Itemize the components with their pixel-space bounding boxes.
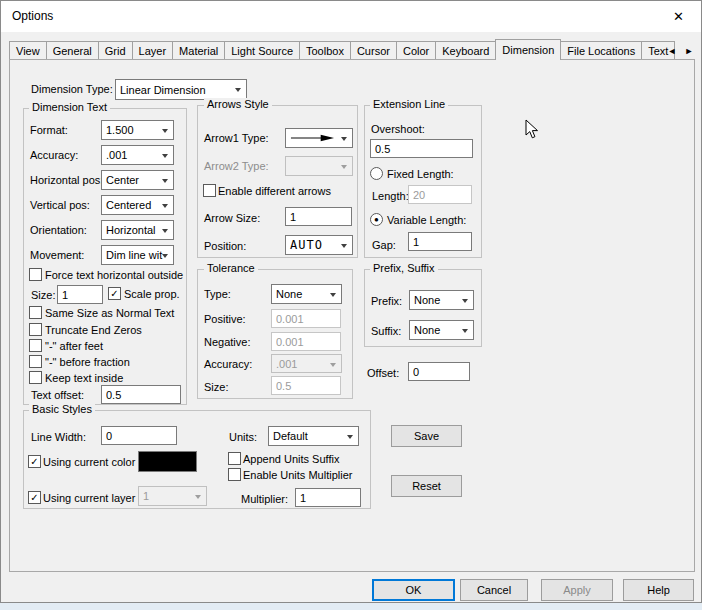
dimension-text-group-title: Dimension Text [29,101,110,113]
format-select[interactable]: 1.500 [101,120,174,140]
help-button[interactable]: Help [623,579,694,601]
using-current-layer-checkbox[interactable]: ✓ [28,491,41,504]
same-size-label: Same Size as Normal Text [45,307,174,320]
multiplier-label: Multiplier: [241,493,288,506]
enable-different-arrows-checkbox[interactable] [203,184,216,197]
orientation-select[interactable]: Horizontal [101,220,174,240]
tab-material[interactable]: Material [172,41,225,59]
text-offset-input[interactable] [101,385,181,404]
offset-label: Offset: [367,367,399,380]
accuracy-value: .001 [106,149,127,161]
tolerance-group-title: Tolerance [204,262,258,274]
tab-scroll-right-icon[interactable]: ► [681,43,697,59]
keep-text-inside-label: Keep text inside [45,372,123,385]
force-text-horizontal-checkbox[interactable] [29,268,42,281]
chevron-down-icon [341,137,347,141]
horizontal-pos-select[interactable]: Center [101,170,174,190]
tab-dimension[interactable]: Dimension [495,39,561,60]
tolerance-positive-input [271,309,341,328]
tab-color[interactable]: Color [396,41,436,59]
title-bar: Options ✕ [1,1,701,32]
dash-after-feet-checkbox[interactable] [29,339,42,352]
suffix-select[interactable]: None [409,320,474,340]
cancel-button[interactable]: Cancel [460,579,528,601]
checkmark-icon: ✓ [110,288,118,299]
tab-grid[interactable]: Grid [98,41,133,59]
prefix-value: None [414,294,440,306]
dash-before-fraction-checkbox[interactable] [29,355,42,368]
enable-units-multiplier-checkbox[interactable] [228,468,241,481]
same-size-checkbox[interactable] [29,306,42,319]
dimension-type-label: Dimension Type: [31,83,113,96]
close-button[interactable]: ✕ [656,1,701,32]
tolerance-accuracy-select: .001 [271,354,342,373]
arrow1-type-select[interactable] [285,128,353,148]
size-input[interactable] [57,285,103,304]
gap-label: Gap: [372,239,396,252]
prefix-select[interactable]: None [409,290,474,310]
length-label: Length: [372,190,409,203]
tab-layer[interactable]: Layer [132,41,174,59]
vertical-pos-select[interactable]: Centered [101,195,174,215]
accuracy-select[interactable]: .001 [101,145,174,165]
basic-styles-group-title: Basic Styles [29,403,95,415]
tab-strip: View General Grid Layer Material Light S… [9,39,674,60]
options-dialog: Options ✕ View General Grid Layer Materi… [0,0,702,603]
dimension-type-select[interactable]: Linear Dimension [115,79,247,100]
keep-text-inside-checkbox[interactable] [29,371,42,384]
line-width-input[interactable] [101,426,177,445]
gap-input[interactable] [408,232,472,251]
vertical-pos-label: Vertical pos: [30,199,90,212]
tolerance-negative-label: Negative: [204,336,250,349]
position-select[interactable]: AUTO [285,235,353,255]
tab-general[interactable]: General [46,41,99,59]
mouse-cursor [525,119,539,140]
ok-button[interactable]: OK [372,579,455,601]
save-button[interactable]: Save [391,425,462,447]
force-text-horizontal-label: Force text horizontal outside [45,269,183,282]
variable-length-radio[interactable]: ● [370,213,383,226]
tab-light-source[interactable]: Light Source [224,41,300,59]
tolerance-accuracy-value: .001 [276,358,297,370]
tolerance-type-value: None [276,288,302,300]
tab-scroll-left-icon[interactable]: ◄ [664,43,680,59]
fixed-length-radio[interactable] [370,167,383,180]
multiplier-input[interactable] [295,488,361,507]
scale-prop-checkbox[interactable]: ✓ [108,287,121,300]
tab-view[interactable]: View [9,41,47,59]
chevron-down-icon [462,329,468,333]
fixed-length-label: Fixed Length: [387,168,454,181]
line-width-label: Line Width: [31,431,86,444]
arrow-size-input[interactable] [285,207,352,226]
position-label: Position: [204,240,246,253]
units-select[interactable]: Default [268,426,359,446]
tolerance-type-select[interactable]: None [271,284,342,304]
text-offset-label: Text offset: [31,389,84,402]
truncate-end-zeros-checkbox[interactable] [29,323,42,336]
tab-cursor[interactable]: Cursor [350,41,397,59]
tolerance-negative-input [271,332,341,351]
tab-toolbox[interactable]: Toolbox [299,41,351,59]
using-current-color-checkbox[interactable]: ✓ [28,455,41,468]
tab-keyboard[interactable]: Keyboard [435,41,496,59]
tolerance-size-label: Size: [204,381,228,394]
movement-value: Dim line wit [106,249,162,261]
arrow-size-label: Arrow Size: [204,212,260,225]
format-value: 1.500 [106,124,134,136]
chevron-down-icon [162,229,168,233]
size-label: Size: [31,289,55,302]
layer-value: 1 [143,490,149,502]
orientation-value: Horizontal [106,224,156,236]
append-units-suffix-checkbox[interactable] [228,452,241,465]
movement-select[interactable]: Dim line wit [101,245,174,265]
suffix-value: None [414,324,440,336]
dimension-type-value: Linear Dimension [120,84,206,96]
offset-input[interactable] [408,362,470,381]
tolerance-accuracy-label: Accuracy: [204,358,252,371]
overshoot-input[interactable] [370,139,473,158]
reset-button[interactable]: Reset [391,475,462,497]
movement-label: Movement: [30,249,84,262]
tab-file-locations[interactable]: File Locations [560,41,642,59]
color-swatch-button[interactable] [138,451,197,472]
apply-button: Apply [541,579,613,601]
